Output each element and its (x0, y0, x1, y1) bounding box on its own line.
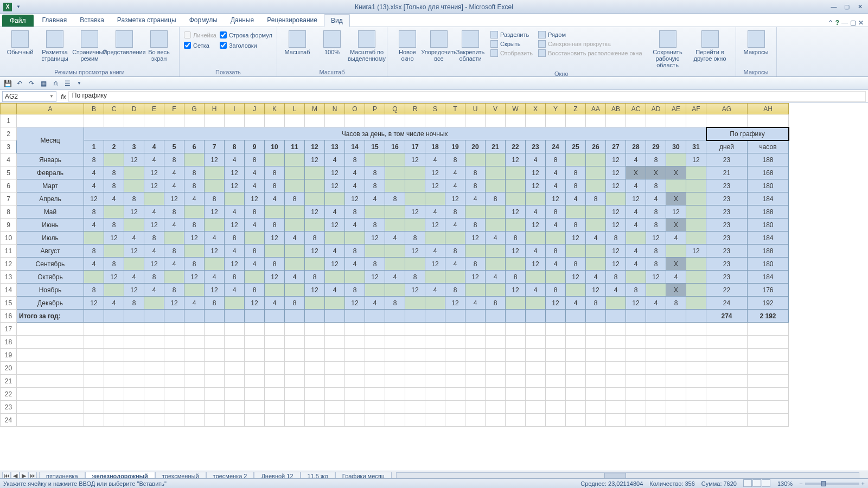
cell[interactable] (365, 245, 385, 258)
cell[interactable]: 8 (365, 219, 385, 232)
cell[interactable]: 4 (425, 153, 445, 166)
cell[interactable]: 23 (706, 153, 748, 166)
cell[interactable]: 4 (225, 284, 245, 297)
cell[interactable]: 184 (748, 271, 789, 284)
cell[interactable]: 12 (365, 232, 385, 245)
column-header[interactable]: H (205, 104, 225, 114)
cell[interactable] (666, 388, 686, 401)
cell[interactable] (305, 310, 325, 323)
cell[interactable]: Месяц (17, 127, 84, 153)
cell[interactable]: 176 (748, 284, 789, 297)
cell[interactable]: 4 (445, 166, 465, 179)
cell[interactable] (124, 362, 144, 375)
cell[interactable]: 4 (345, 166, 365, 179)
cell[interactable] (526, 271, 546, 284)
cell[interactable] (385, 219, 405, 232)
cell[interactable]: 8 (164, 206, 184, 219)
cell[interactable] (265, 245, 285, 258)
view-mode-button[interactable]: Страничный режим (74, 29, 105, 63)
cell[interactable]: 8 (205, 192, 225, 206)
cell[interactable]: 8 (245, 206, 265, 219)
cell[interactable] (506, 114, 526, 127)
cell[interactable] (425, 401, 445, 414)
cell[interactable] (425, 310, 445, 323)
show-checkbox[interactable]: Строка формул (220, 31, 272, 38)
cell[interactable] (486, 206, 506, 219)
cell[interactable] (305, 388, 325, 401)
cell[interactable] (425, 271, 445, 284)
cell[interactable] (666, 375, 686, 388)
cell[interactable]: 12 (325, 179, 345, 192)
cell[interactable] (104, 310, 124, 323)
cell[interactable]: 4 (526, 206, 546, 219)
cell[interactable]: 4 (245, 219, 265, 232)
cell[interactable] (144, 323, 164, 336)
zoom-button[interactable]: 100% (316, 29, 348, 56)
cell[interactable]: 12 (245, 297, 265, 310)
cell[interactable]: 12 (506, 284, 526, 297)
cell[interactable]: 12 (84, 297, 104, 310)
cell[interactable] (425, 388, 445, 401)
cell[interactable] (205, 114, 225, 127)
cell[interactable]: 4 (626, 258, 646, 271)
cell[interactable] (666, 362, 686, 375)
cell[interactable]: 12 (405, 206, 425, 219)
cell[interactable] (425, 375, 445, 388)
cell[interactable]: X (646, 166, 666, 179)
cell[interactable] (285, 349, 305, 362)
cell[interactable]: 188 (748, 206, 789, 219)
cell[interactable] (445, 232, 465, 245)
cell[interactable] (465, 153, 486, 166)
cell[interactable] (686, 414, 706, 427)
cell[interactable] (205, 375, 225, 388)
cell[interactable]: 4 (365, 297, 385, 310)
cell[interactable] (385, 179, 405, 192)
cell[interactable] (144, 192, 164, 206)
cell[interactable]: 4 (325, 284, 345, 297)
cell[interactable]: 8 (546, 153, 566, 166)
cell[interactable]: 8 (465, 179, 486, 192)
cell[interactable] (124, 219, 144, 232)
cell[interactable] (686, 310, 706, 323)
cell[interactable] (686, 336, 706, 349)
cell[interactable]: 12 (205, 153, 225, 166)
cell[interactable]: 8 (164, 153, 184, 166)
cell[interactable] (586, 166, 606, 179)
cell[interactable] (285, 284, 305, 297)
cell[interactable]: 4 (626, 206, 646, 219)
cell[interactable]: 12 (566, 271, 586, 284)
cell[interactable]: 8 (566, 219, 586, 232)
column-header[interactable]: T (445, 104, 465, 114)
cell[interactable] (486, 245, 506, 258)
cell[interactable]: 12 (225, 166, 245, 179)
cell[interactable]: 12 (225, 179, 245, 192)
cell[interactable] (425, 192, 445, 206)
cell[interactable] (506, 388, 526, 401)
cell[interactable] (586, 349, 606, 362)
cell[interactable] (144, 362, 164, 375)
cell[interactable] (748, 375, 789, 388)
cell[interactable] (164, 323, 184, 336)
cell[interactable]: 8 (144, 271, 164, 284)
cell[interactable] (425, 414, 445, 427)
cell[interactable] (586, 153, 606, 166)
cell[interactable]: 4 (385, 232, 405, 245)
cell[interactable] (526, 388, 546, 401)
window-small-button[interactable]: Рядом (537, 30, 643, 39)
cell[interactable] (546, 310, 566, 323)
cell[interactable]: 12 (124, 245, 144, 258)
formula-input[interactable]: По графику (68, 91, 866, 102)
cell[interactable]: 4 (526, 284, 546, 297)
cell[interactable]: 8 (265, 166, 285, 179)
row-header[interactable]: 5 (1, 166, 17, 179)
row-header[interactable]: 14 (1, 284, 17, 297)
cell[interactable]: 19 (445, 140, 465, 153)
cell[interactable]: 4 (425, 245, 445, 258)
cell[interactable] (606, 192, 626, 206)
cell[interactable]: Март (17, 179, 84, 192)
cell[interactable]: 4 (486, 271, 506, 284)
cell[interactable] (84, 336, 104, 349)
cell[interactable] (305, 323, 325, 336)
column-header[interactable]: P (365, 104, 385, 114)
cell[interactable] (385, 114, 405, 127)
